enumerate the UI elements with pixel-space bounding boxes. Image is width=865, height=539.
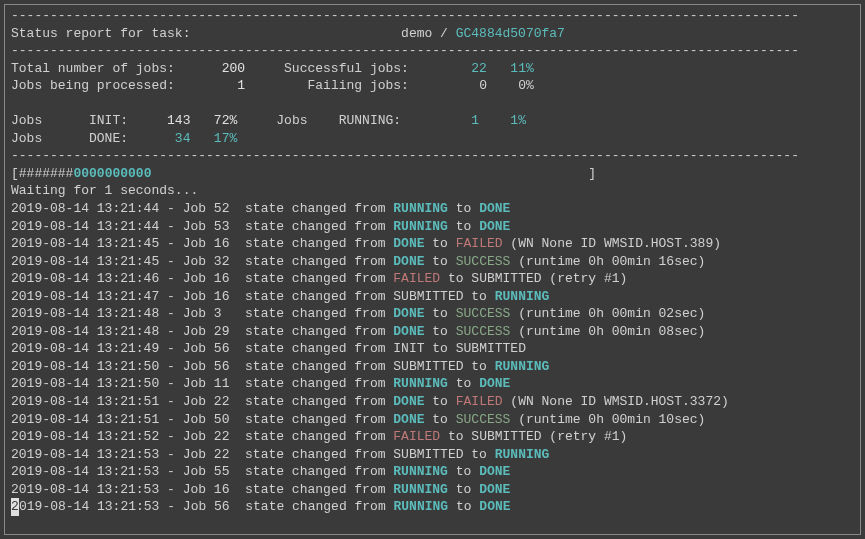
log-from-state: SUBMITTED: [393, 359, 463, 374]
log-job-id: 22: [214, 447, 245, 462]
log-from-state: RUNNING: [393, 219, 448, 234]
task-id: GC4884d5070fa7: [456, 26, 565, 41]
log-to-state: DONE: [479, 499, 510, 514]
log-from-state: SUBMITTED: [393, 447, 463, 462]
successful-label: Successful jobs:: [284, 61, 409, 76]
log-from-state: DONE: [393, 306, 424, 321]
log-from-state: RUNNING: [393, 376, 448, 391]
log-job-id: 29: [214, 324, 245, 339]
log-extra: (WN None ID WMSID.HOST.389): [503, 236, 721, 251]
log-from-state: DONE: [393, 394, 424, 409]
log-to-state: FAILED: [456, 394, 503, 409]
log-from-state: SUBMITTED: [393, 289, 463, 304]
log-to-state: DONE: [479, 376, 510, 391]
log-timestamp: 2019-08-14 13:21:52: [11, 429, 159, 444]
stats-row-2: Jobs being processed: 1 Failing jobs: 0 …: [11, 77, 854, 95]
log-job-id: 52: [214, 201, 245, 216]
log-line: 2019-08-14 13:21:50 - Job 56 state chang…: [11, 358, 854, 376]
log-line: 2019-08-14 13:21:50 - Job 11 state chang…: [11, 375, 854, 393]
log-timestamp: 2019-08-14 13:21:50: [11, 359, 159, 374]
log-job-id: 55: [214, 464, 245, 479]
log-job-id: 50: [214, 412, 245, 427]
log-to-state: SUCCESS: [456, 324, 511, 339]
log-to-state: SUCCESS: [456, 412, 511, 427]
log-job-id: 3: [214, 306, 245, 321]
log-to-state: DONE: [479, 464, 510, 479]
stats-row-4: Jobs DONE: 34 17%: [11, 130, 854, 148]
log-extra: (runtime 0h 00min 08sec): [510, 324, 705, 339]
init-value: 143: [167, 113, 190, 128]
log-timestamp: 2019-08-14 13:21:48: [11, 324, 159, 339]
log-extra: (runtime 0h 00min 16sec): [510, 254, 705, 269]
log-job-id: 11: [214, 376, 245, 391]
total-label: Total number of jobs:: [11, 61, 175, 76]
log-to-state: DONE: [479, 219, 510, 234]
stats-row-1: Total number of jobs: 200 Successful job…: [11, 60, 854, 78]
log-timestamp: 2019-08-14 13:21:45: [11, 254, 159, 269]
log-job-id: 16: [214, 271, 245, 286]
log-line: 2019-08-14 13:21:51 - Job 50 state chang…: [11, 411, 854, 429]
log-timestamp: 2019-08-14 13:21:51: [11, 394, 159, 409]
log-to-state: RUNNING: [495, 359, 550, 374]
log-line: 2019-08-14 13:21:51 - Job 22 state chang…: [11, 393, 854, 411]
done-value: 34: [175, 131, 191, 146]
log-timestamp: 2019-08-14 13:21:45: [11, 236, 159, 251]
progress-hash: #######: [19, 166, 74, 181]
log-to-state: DONE: [479, 482, 510, 497]
log-timestamp: 2019-08-14 13:21:53: [11, 464, 159, 479]
log-to-state: RUNNING: [495, 447, 550, 462]
log-timestamp: 2019-08-14 13:21:49: [11, 341, 159, 356]
log-from-state: FAILED: [393, 271, 440, 286]
log-from-state: DONE: [393, 254, 424, 269]
task-header: Status report for task: demo / GC4884d50…: [11, 25, 854, 43]
processing-value: 1: [237, 78, 245, 93]
log-job-id: 32: [214, 254, 245, 269]
log-job-id: 22: [214, 429, 245, 444]
log-to-state: FAILED: [456, 236, 503, 251]
log-extra: (retry #1): [542, 429, 628, 444]
log-timestamp: 019-08-14 13:21:53: [19, 499, 159, 514]
log-timestamp: 2019-08-14 13:21:46: [11, 271, 159, 286]
log-line: 2019-08-14 13:21:48 - Job 3 state change…: [11, 305, 854, 323]
log-line: 2019-08-14 13:21:45 - Job 32 state chang…: [11, 253, 854, 271]
running-value: 1: [471, 113, 479, 128]
log-to-state: SUCCESS: [456, 306, 511, 321]
log-line: 2019-08-14 13:21:45 - Job 16 state chang…: [11, 235, 854, 253]
successful-pct: 11%: [510, 61, 533, 76]
log-line: 2019-08-14 13:21:53 - Job 16 state chang…: [11, 481, 854, 499]
log-to-state: RUNNING: [495, 289, 550, 304]
waiting-line: Waiting for 1 seconds...: [11, 182, 854, 200]
failing-value: 0: [479, 78, 487, 93]
log-timestamp: 2019-08-14 13:21:50: [11, 376, 159, 391]
running-pct: 1%: [510, 113, 526, 128]
log-timestamp: 2019-08-14 13:21:44: [11, 201, 159, 216]
log-line: 2019-08-14 13:21:53 - Job 55 state chang…: [11, 463, 854, 481]
log-to-state: SUBMITTED: [471, 271, 541, 286]
log-timestamp: 2019-08-14 13:21:44: [11, 219, 159, 234]
task-name: demo: [401, 26, 432, 41]
log-job-id: 22: [214, 394, 245, 409]
progress-bar: [#######0000000000 ]: [11, 165, 854, 183]
stats-row-3: Jobs INIT: 143 72% Jobs RUNNING: 1 1%: [11, 112, 854, 130]
divider-2: ----------------------------------------…: [11, 147, 854, 165]
log-job-id: 56: [214, 499, 245, 514]
blank-line: [11, 95, 854, 113]
log-from-state: DONE: [393, 236, 424, 251]
failing-pct: 0%: [518, 78, 534, 93]
log-from-state: RUNNING: [393, 464, 448, 479]
log-job-id: 16: [214, 289, 245, 304]
log-job-id: 56: [214, 359, 245, 374]
log-from-state: INIT: [393, 341, 424, 356]
running-label: Jobs RUNNING:: [276, 113, 401, 128]
log-job-id: 56: [214, 341, 245, 356]
log-from-state: RUNNING: [393, 482, 448, 497]
log-line: 2019-08-14 13:21:48 - Job 29 state chang…: [11, 323, 854, 341]
log-timestamp: 2019-08-14 13:21:48: [11, 306, 159, 321]
task-title: Status report for task:: [11, 26, 190, 41]
terminal-window: ----------------------------------------…: [4, 4, 861, 535]
cursor-icon: 2: [11, 498, 19, 516]
log-line: 2019-08-14 13:21:52 - Job 22 state chang…: [11, 428, 854, 446]
log-timestamp: 2019-08-14 13:21:51: [11, 412, 159, 427]
log-line: 2019-08-14 13:21:53 - Job 56 state chang…: [11, 498, 854, 516]
log-timestamp: 2019-08-14 13:21:53: [11, 447, 159, 462]
